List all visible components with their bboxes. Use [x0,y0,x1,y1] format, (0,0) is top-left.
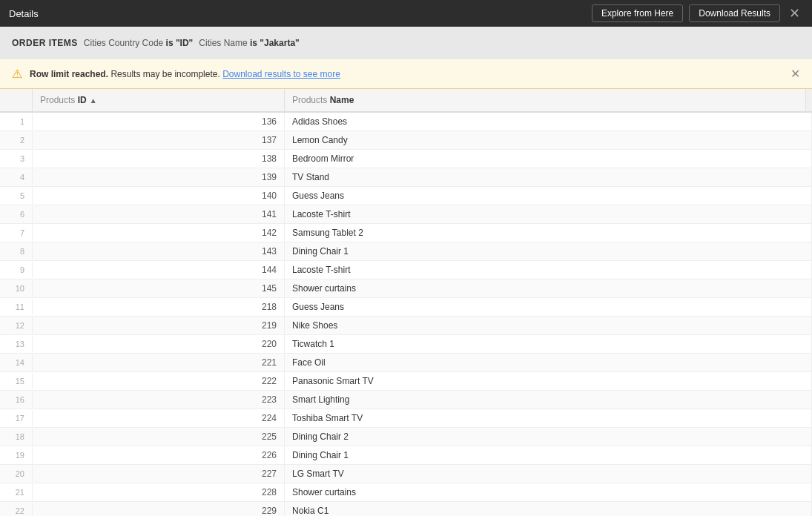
th-products-name[interactable]: Products Name [285,89,806,111]
cell-row-num: 2 [0,132,33,148]
cell-row-num: 10 [0,280,33,297]
table-row[interactable]: 21228Shower curtains [0,483,812,502]
cell-row-num: 8 [0,243,33,259]
cell-products-name: Dining Chair 1 [285,242,812,260]
filter-name-operator: is [250,38,260,48]
table-row[interactable]: 9144Lacoste T-shirt [0,261,812,280]
download-results-button[interactable]: Download Results [689,4,780,22]
table-row[interactable]: 13220Ticwatch 1 [0,335,812,354]
table-row[interactable]: 10145Shower curtains [0,280,812,298]
cell-row-num: 5 [0,188,33,204]
warning-download-link[interactable]: Download results to see more [222,69,340,79]
th-products-name-field: Products [292,95,330,105]
table-body[interactable]: 1136Adidas Shoes2137Lemon Candy3138Bedro… [0,113,812,516]
cell-products-id: 140 [33,187,285,205]
cell-row-num: 3 [0,150,33,167]
cell-products-id: 221 [33,354,285,371]
warning-content: ⚠ Row limit reached. Results may be inco… [12,67,340,81]
cell-products-id: 224 [33,409,285,427]
cell-row-num: 22 [0,503,33,516]
table-row[interactable]: 5140Guess Jeans [0,187,812,205]
table-row[interactable]: 15222Panasonic Smart TV [0,372,812,391]
cell-products-id: 223 [33,391,285,408]
table-row[interactable]: 19226Dining Chair 1 [0,446,812,465]
table-row[interactable]: 11218Guess Jeans [0,298,812,317]
th-products-name-name: Name [330,95,354,105]
table-row[interactable]: 12219Nike Shoes [0,317,812,335]
warning-close-button[interactable]: ✕ [790,67,800,81]
table-header: Products ID▲ Products Name [0,89,812,113]
cell-products-name: Adidas Shoes [285,113,812,130]
cell-row-num: 21 [0,484,33,500]
table-row[interactable]: 1136Adidas Shoes [0,113,812,131]
cell-products-id: 143 [33,242,285,260]
cell-products-name: Nokia C1 [285,502,812,516]
cell-products-id: 226 [33,446,285,464]
warning-icon: ⚠ [12,67,22,81]
cell-products-name: Guess Jeans [285,298,812,316]
cell-products-name: Samsung Tablet 2 [285,224,812,242]
table-row[interactable]: 20227LG Smart TV [0,465,812,483]
cell-row-num: 18 [0,429,33,445]
table-container: Products ID▲ Products Name 1136Adidas Sh… [0,89,812,516]
cell-products-id: 145 [33,280,285,297]
cell-products-id: 220 [33,335,285,353]
th-products-id[interactable]: Products ID▲ [33,89,285,111]
table-row[interactable]: 3138Bedroom Mirror [0,150,812,168]
th-products-id-field: Products [40,95,78,105]
filter-country-field: Cities Country Code [84,38,166,48]
table-row[interactable]: 2137Lemon Candy [0,131,812,150]
scrollbar-header-placeholder [806,89,812,111]
cell-row-num: 4 [0,169,33,185]
cell-products-name: Face Oil [285,354,812,371]
table-row[interactable]: 8143Dining Chair 1 [0,242,812,261]
warning-regular: Results may be incomplete. [110,69,219,79]
filter-name-value: "Jakarta" [260,38,299,48]
cell-products-name: TV Stand [285,168,812,186]
filter-item-country: Cities Country Code is "ID" [84,38,193,48]
table-row[interactable]: 17224Toshiba Smart TV [0,409,812,428]
cell-row-num: 7 [0,225,33,241]
cell-row-num: 6 [0,206,33,222]
cell-products-id: 138 [33,150,285,168]
table-row[interactable]: 22229Nokia C1 [0,502,812,516]
cell-products-name: Lacoste T-shirt [285,261,812,279]
close-button[interactable]: ✕ [786,7,803,20]
th-row-num [0,89,33,111]
cell-products-name: Shower curtains [285,483,812,501]
sort-asc-icon: ▲ [90,96,97,105]
cell-products-name: Panasonic Smart TV [285,372,812,390]
explore-from-here-button[interactable]: Explore from Here [592,4,683,22]
cell-products-id: 141 [33,205,285,223]
table-row[interactable]: 16223Smart Lighting [0,391,812,409]
table-row[interactable]: 14221Face Oil [0,354,812,372]
cell-row-num: 14 [0,354,33,371]
cell-products-name: Toshiba Smart TV [285,409,812,427]
cell-products-id: 136 [33,113,285,130]
main-window: Details Explore from Here Download Resul… [0,0,812,516]
filter-bar: ORDER ITEMS Cities Country Code is "ID" … [0,27,812,59]
warning-bold: Row limit reached. [30,69,108,79]
cell-products-id: 137 [33,131,285,149]
cell-products-name: Dining Chair 1 [285,446,812,464]
table-row[interactable]: 6141Lacoste T-shirt [0,205,812,224]
cell-row-num: 11 [0,299,33,315]
cell-products-name: Smart Lighting [285,391,812,408]
cell-products-id: 218 [33,298,285,316]
cell-products-id: 144 [33,261,285,279]
cell-products-name: Bedroom Mirror [285,150,812,168]
cell-row-num: 9 [0,262,33,278]
cell-products-name: LG Smart TV [285,465,812,483]
titlebar-buttons: Explore from Here Download Results ✕ [592,4,803,22]
cell-products-name: Shower curtains [285,280,812,297]
table-row[interactable]: 4139TV Stand [0,168,812,187]
cell-row-num: 1 [0,113,33,130]
filter-country-value: "ID" [176,38,193,48]
cell-row-num: 13 [0,336,33,352]
th-products-id-name: ID [78,95,87,105]
cell-products-id: 222 [33,372,285,390]
table-row[interactable]: 7142Samsung Tablet 2 [0,224,812,242]
cell-products-name: Lemon Candy [285,131,812,149]
cell-products-id: 228 [33,483,285,501]
table-row[interactable]: 18225Dining Chair 2 [0,428,812,446]
